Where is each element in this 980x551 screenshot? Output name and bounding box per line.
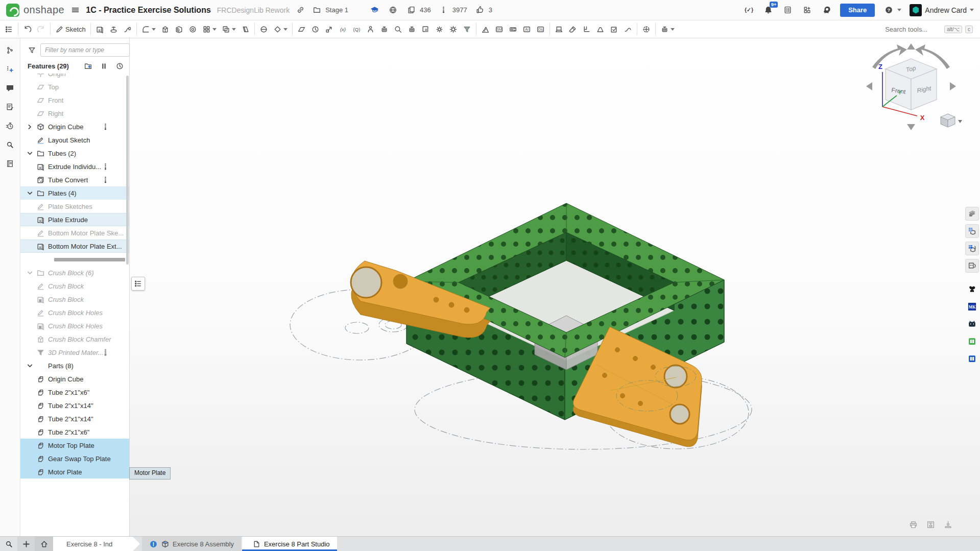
toggle-feature-list-button[interactable] (2, 21, 16, 37)
tree-row[interactable]: Crush Block Holes (20, 306, 129, 319)
tree-row[interactable]: Tube 2"x1"x14" (20, 412, 129, 425)
regen-clock-icon[interactable] (115, 62, 124, 70)
notifications-button[interactable]: 9+ (762, 5, 774, 16)
help-menu[interactable]: ? (883, 5, 901, 16)
extrude-button[interactable] (93, 21, 107, 37)
tree-row[interactable]: Tube 2"x1"x6" (20, 425, 129, 439)
origin-target-button[interactable] (639, 21, 653, 37)
transform-button[interactable] (322, 21, 336, 37)
tree-scrollbar[interactable] (126, 76, 129, 265)
robot-menu-button[interactable] (658, 21, 677, 37)
mate-connector-button[interactable] (364, 21, 377, 37)
onshape-logo[interactable]: onshape (6, 4, 64, 17)
document-tab[interactable]: Exercise 8 Assembly (142, 537, 241, 551)
suppress-pause-icon[interactable] (100, 62, 108, 70)
tree-row[interactable]: Crush Block (20, 293, 129, 306)
account-menu[interactable]: Andrew Card (910, 4, 974, 16)
search-tabs-button[interactable] (0, 537, 17, 551)
tree-row[interactable]: Crush Block Holes (20, 319, 129, 332)
tree-row[interactable]: Front (20, 93, 129, 107)
apps-grid-icon[interactable] (801, 5, 812, 16)
tree-row[interactable]: Plates (4) (20, 186, 129, 200)
tree-row[interactable]: Motor Top Plate (20, 439, 129, 452)
custom-feature-button[interactable] (377, 21, 391, 37)
loft-button[interactable] (238, 21, 252, 37)
tree-row[interactable]: Right (20, 107, 129, 120)
shell-button[interactable] (172, 21, 186, 37)
checklist-icon[interactable] (782, 5, 793, 16)
tree-row[interactable]: Origin (20, 74, 129, 80)
tree-row[interactable]: Parts (8) (20, 359, 129, 372)
3d-scene[interactable] (130, 38, 980, 536)
undo-button[interactable] (20, 21, 34, 37)
tree-row[interactable]: Bottom Motor Plate Ext... (20, 239, 129, 253)
tree-row[interactable]: Extrude Individu... (20, 160, 129, 173)
filter-input[interactable] (40, 43, 130, 57)
material-button[interactable] (419, 21, 433, 37)
fillet-button[interactable] (139, 21, 158, 37)
tree-row[interactable]: Gear Swap Top Plate (20, 452, 129, 465)
tree-row[interactable]: Tube 2"x1"x14" (20, 399, 129, 412)
new-folder-icon[interactable] (84, 62, 92, 70)
replicate-feature-button[interactable] (405, 21, 419, 37)
feature-dialog-flyout-button[interactable] (131, 277, 145, 291)
likes-stat[interactable]: 3 (474, 5, 492, 16)
add-tab-button[interactable] (17, 537, 35, 551)
ds-tool-button[interactable]: Ds (534, 21, 547, 37)
search-tools[interactable]: alt/⌥ c (885, 26, 978, 33)
forks-stat[interactable]: 3977 (438, 5, 467, 16)
sketch-button[interactable]: Sketch (53, 21, 88, 37)
settings-gear-button[interactable] (446, 21, 460, 37)
curve-tool-button[interactable] (621, 21, 635, 37)
version-selector[interactable]: Stage 1 (311, 5, 348, 16)
sheet-metal-button[interactable]: SM (492, 21, 506, 37)
tree-row[interactable]: Tubes (2) (20, 147, 129, 160)
measure-button[interactable] (479, 21, 492, 37)
document-tab[interactable]: Exercise 8 - Ind (53, 537, 140, 551)
tree-row[interactable]: Bottom Motor Plate Ske... (20, 226, 129, 239)
tree-row[interactable]: Motor Plate (20, 465, 129, 478)
wedge-tool-button[interactable] (593, 21, 607, 37)
learning-center-icon[interactable] (821, 5, 832, 16)
frame-tool-button[interactable] (433, 21, 446, 37)
link-icon[interactable] (295, 5, 306, 16)
tree-row[interactable]: Top (20, 80, 129, 93)
home-button[interactable] (35, 537, 53, 551)
notebook-tool-button[interactable] (552, 21, 566, 37)
tree-row[interactable]: Crush Block Chamfer (20, 332, 129, 346)
filter-funnel-icon[interactable] (28, 46, 36, 55)
chamfer-button[interactable] (158, 21, 172, 37)
plane-tool-button[interactable] (295, 21, 308, 37)
validate-button[interactable] (607, 21, 621, 37)
pattern-button[interactable] (200, 21, 219, 37)
hole-button[interactable] (186, 21, 200, 37)
revolve-button[interactable] (107, 21, 121, 37)
wrap-button[interactable] (257, 21, 271, 37)
sweep-button[interactable] (121, 21, 134, 37)
redo-button[interactable] (34, 21, 48, 37)
tree-row[interactable]: Tube Convert (20, 173, 129, 186)
tree-row[interactable]: Crush Block (20, 279, 129, 293)
variable-button[interactable]: (x) (336, 21, 350, 37)
tape-measure-button[interactable] (506, 21, 520, 37)
tree-row[interactable]: 3D Printed Mater... (20, 346, 129, 359)
rollback-bar[interactable] (20, 253, 129, 266)
document-tab[interactable]: Exercise 8 Part Studio (242, 537, 337, 551)
ai-tool-button[interactable]: Ai (520, 21, 534, 37)
corner-tool-button[interactable] (580, 21, 593, 37)
modify-fillet-button[interactable] (271, 21, 290, 37)
3d-viewport[interactable]: Top Front Right Z X Y MK (130, 38, 980, 536)
copies-stat[interactable]: 436 (405, 5, 431, 16)
view-options-button[interactable] (941, 114, 962, 127)
tree-row[interactable]: Tube 2"x1"x6" (20, 386, 129, 399)
view-cube[interactable]: Top Front Right Z X Y (860, 39, 962, 134)
search-tools-input[interactable] (885, 26, 941, 33)
feature-script-icon[interactable]: {✓} (743, 5, 754, 16)
tree-row[interactable]: Origin Cube (20, 120, 129, 133)
boolean-button[interactable] (219, 21, 238, 37)
tree-row[interactable]: Layout Sketch (20, 133, 129, 147)
weld-button[interactable] (566, 21, 580, 37)
tree-row[interactable]: Origin Cube (20, 372, 129, 386)
lookup-button[interactable]: (Q) (350, 21, 364, 37)
helix-button[interactable] (308, 21, 322, 37)
